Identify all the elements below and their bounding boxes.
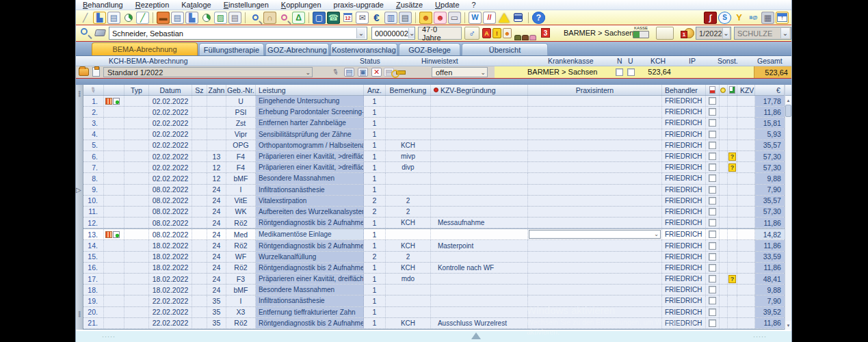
row-selector-strip[interactable]: ●●● ▷ ●●● — [76, 85, 83, 330]
table-row[interactable]: 21.22.02.202235Rö2Röntgendiagnostik bis … — [83, 318, 785, 329]
row-checkbox[interactable] — [709, 319, 716, 327]
status-combobox[interactable]: offen ⌄ — [432, 67, 488, 77]
quarter-combobox[interactable]: 1/2022 ⌄ — [696, 27, 731, 40]
waiting-room-icon[interactable]: ▢ — [313, 12, 326, 24]
header-gebnr[interactable]: Geb.-Nr. — [226, 85, 256, 95]
table-row[interactable]: 5.02.02.2022OPGOrthopantomogramm / Halbs… — [83, 140, 785, 151]
scrollbar-thumb[interactable] — [785, 105, 791, 117]
pliers-icon[interactable]: Y — [733, 12, 746, 24]
table-row[interactable]: 11.08.02.202224WKAufbereiten des Wurzelk… — [83, 207, 785, 218]
table-row[interactable]: 3.02.02.2022ZstEntfernen harter Zahnbelä… — [83, 118, 785, 129]
row-checkbox[interactable] — [709, 264, 716, 272]
menu-item[interactable]: Einstellungen — [224, 1, 269, 9]
header-typ[interactable]: Typ — [124, 85, 149, 95]
form-gear-icon[interactable]: ▤ — [228, 12, 241, 24]
menu-item[interactable]: Behandlung — [83, 1, 123, 9]
kzv-question-badge[interactable]: ? — [728, 153, 736, 161]
chevron-down-icon[interactable]: ⌄ — [654, 231, 660, 237]
paste-icon[interactable]: ▤ — [344, 68, 354, 77]
family-icon[interactable]: ☻ — [434, 12, 447, 24]
mini-tab-brown[interactable] — [522, 35, 529, 40]
table-row[interactable]: 20.22.02.202235X3Entfernung tieffrakturi… — [83, 307, 785, 318]
copy-icon[interactable]: ▣ — [358, 68, 368, 77]
table-row[interactable]: 6.02.02.202213F4Präparieren einer Kavitä… — [83, 151, 785, 162]
patient-orange-icon[interactable]: ☻ — [503, 28, 512, 38]
row-checkbox[interactable] — [709, 108, 716, 116]
header-document-red[interactable] — [706, 85, 720, 95]
patient-name-combobox[interactable]: Schneider, Sebastian ⌄ — [109, 27, 367, 40]
tab-goz-belege[interactable]: GOZ-Belege — [399, 43, 460, 55]
sign-icon[interactable]: S — [718, 12, 731, 24]
splitter-grip-right[interactable]: ····· — [753, 335, 767, 338]
header-kzv[interactable]: KZV — [737, 85, 755, 95]
chevron-down-icon[interactable]: ⌄ — [780, 28, 789, 38]
chart-form-icon[interactable]: ▨ — [214, 12, 227, 24]
word-export-icon[interactable]: W — [469, 12, 482, 24]
treatment-chair-icon[interactable]: ▙ — [93, 12, 106, 24]
table-row[interactable]: 15.18.02.202224WFWurzelkanalfüllung22FRI… — [83, 252, 785, 263]
row-checkbox[interactable] — [709, 153, 716, 160]
chevron-down-icon[interactable]: ⌄ — [408, 28, 415, 38]
header-euro[interactable]: € — [755, 85, 785, 95]
row-checkbox[interactable] — [709, 286, 716, 293]
header-anzahl[interactable]: Anz. — [364, 85, 386, 95]
pie-chart-icon[interactable] — [122, 12, 135, 24]
row-checkbox[interactable] — [709, 163, 716, 171]
header-praxisintern[interactable]: Praxisintern — [528, 85, 662, 95]
grip-dots[interactable]: ●●● — [78, 311, 81, 317]
header-behandler[interactable]: Behandler — [662, 85, 706, 95]
lab-order-icon[interactable]: Δ — [292, 12, 305, 24]
dental-arch-icon[interactable]: ∩ — [263, 12, 276, 24]
chevron-down-icon[interactable]: ⌄ — [480, 69, 486, 76]
dampsoft-icon[interactable]: // — [483, 12, 496, 24]
folder-icon[interactable] — [79, 68, 89, 76]
plan-combobox[interactable]: Standard 1/2022 ⌄ — [103, 67, 313, 77]
table-row[interactable]: 9.08.02.202224IInfiltrationsanästhesie1F… — [83, 185, 785, 196]
header-datum[interactable]: Datum — [149, 85, 192, 95]
row-checkbox[interactable] — [709, 275, 716, 282]
row-checkbox[interactable] — [709, 119, 716, 127]
row-checkbox[interactable] — [709, 297, 716, 304]
search-record-icon[interactable] — [249, 12, 262, 24]
row-checkbox[interactable] — [709, 208, 716, 215]
menu-item[interactable]: praxis-upgrade — [334, 1, 384, 9]
table-row[interactable]: 18.18.02.202224bMFBesondere Massnahmen1F… — [83, 285, 785, 295]
table-row[interactable]: 12.08.02.202224Rö2Röntgendiagnostik bis … — [83, 218, 785, 228]
grip-dots[interactable]: ●●● — [78, 90, 81, 96]
card-index-icon[interactable]: ▤ — [399, 12, 412, 24]
xray-warning-icon[interactable] — [497, 12, 510, 24]
plan-row[interactable]: Standard 1/2022 ⌄ ✎ ▤ ▣ ✕ ▤ offen ⌄ BARM… — [76, 66, 791, 79]
jmed-icon[interactable]: ∫ — [704, 12, 717, 24]
header-document-green[interactable] — [728, 85, 737, 95]
scroll-down-button[interactable]: ▼ — [785, 321, 791, 330]
gender-male-button[interactable]: ♂ — [464, 27, 479, 40]
blank-button[interactable] — [656, 27, 674, 40]
chair-form-icon[interactable]: ▙ — [185, 12, 198, 24]
row-checkbox[interactable] — [709, 197, 716, 205]
menu-item[interactable]: Kopplungen — [281, 1, 321, 9]
tab-goz-abrechnung[interactable]: GOZ-Abrechnung — [265, 43, 329, 55]
header-bemerkung[interactable]: Bemerkung — [386, 85, 431, 95]
catalog-icon[interactable]: ▥ — [384, 12, 397, 24]
header-icons-column[interactable] — [104, 85, 124, 95]
header-edit-column[interactable]: ✎ — [83, 85, 104, 95]
mini-tab-olive[interactable] — [514, 35, 521, 40]
menu-item[interactable]: ? — [472, 1, 476, 9]
help-icon[interactable]: ? — [532, 12, 545, 24]
patient-info-icon[interactable]: ☻ — [419, 12, 432, 24]
row-checkbox[interactable] — [709, 186, 716, 194]
save-icon[interactable] — [512, 12, 525, 24]
header-leistung[interactable]: Leistung — [256, 85, 364, 95]
patient-search-icon[interactable] — [81, 28, 88, 35]
row-checkbox[interactable] — [709, 231, 716, 238]
row-checkbox[interactable] — [709, 142, 716, 149]
table-row[interactable]: 10.08.02.202224VitEVitalexstirpation22FR… — [83, 196, 785, 207]
row-checkbox[interactable] — [709, 253, 716, 261]
line-chart-icon[interactable]: ╱ — [136, 12, 149, 24]
tab-füllungstherapie[interactable]: Füllungstherapie — [199, 43, 264, 55]
row-checkbox[interactable] — [709, 308, 716, 316]
table-row[interactable]: 19.22.02.202235IInfiltrationsanästhesie1… — [83, 295, 785, 306]
chevron-down-icon[interactable]: ⌄ — [356, 28, 365, 38]
tab-bema-abrechnung[interactable]: BEMA-Abrechnung — [92, 42, 198, 55]
menu-item[interactable]: Rezeption — [135, 1, 170, 9]
